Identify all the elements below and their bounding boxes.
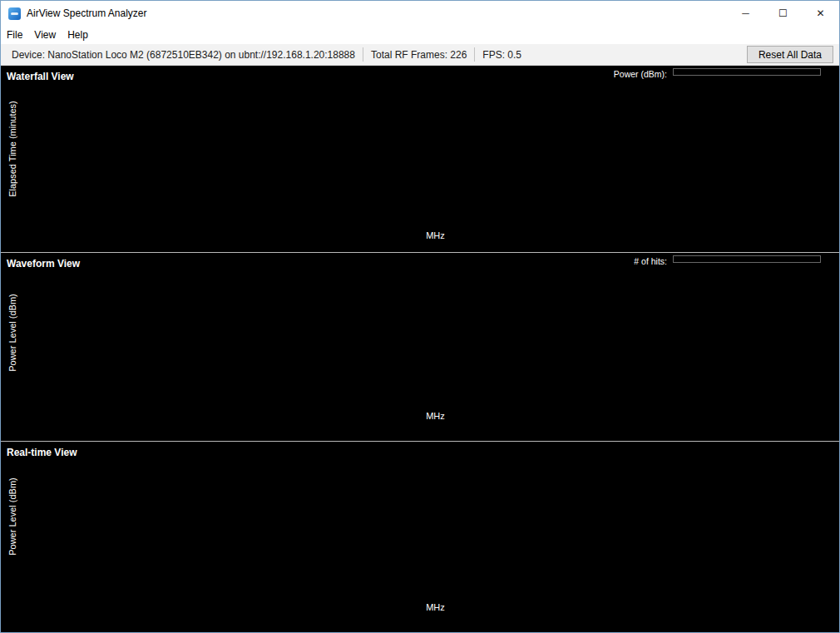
minimize-button[interactable]: ─: [727, 1, 764, 26]
menu-item-help[interactable]: Help: [62, 26, 94, 44]
waveform-panel: Waveform View # of hits: Power Level (dB…: [1, 252, 839, 441]
waveform-y-axis-label: Power Level (dBm): [7, 294, 17, 372]
realtime-x-axis-label: MHz: [48, 601, 823, 616]
content-area: Waterfall View Power (dBm): Elapsed Time…: [1, 66, 839, 632]
realtime-x-ticks: [48, 586, 823, 601]
waterfall-spectrogram: [48, 82, 823, 215]
realtime-channels-strip: [48, 575, 823, 586]
maximize-button[interactable]: ☐: [764, 1, 802, 26]
waterfall-x-axis-label: MHz: [48, 229, 823, 244]
menubar: File View Help: [1, 26, 839, 44]
realtime-title: Real-time View: [7, 447, 77, 458]
reset-all-data-button[interactable]: Reset All Data: [747, 46, 833, 63]
menu-item-view[interactable]: View: [28, 26, 62, 44]
waveform-plot-row: Power Level (dBm) MHz: [1, 270, 839, 424]
waterfall-panel: Waterfall View Power (dBm): Elapsed Time…: [1, 66, 839, 252]
realtime-panel: Real-time View Power Level (dBm) MHz: [1, 441, 839, 632]
hits-colorbar-gradient: [673, 255, 821, 263]
power-colorbar-gradient: [673, 68, 821, 76]
rf-frames-status: Total RF Frames: 226: [363, 49, 474, 61]
waveform-x-ticks: [48, 395, 823, 409]
power-colorbar-scale: [673, 68, 823, 77]
realtime-plot: [48, 458, 823, 575]
fps-status: FPS: 0.5: [475, 49, 529, 61]
titlebar: AirView Spectrum Analyzer ─ ☐ ✕: [1, 1, 839, 26]
hits-colorbar-scale: [673, 255, 823, 264]
hits-colorbar-label: # of hits:: [634, 256, 667, 266]
waveform-title: Waveform View: [7, 258, 80, 270]
realtime-header: Real-time View: [1, 442, 839, 458]
realtime-y-axis: Power Level (dBm): [1, 458, 48, 575]
hits-colorbar: # of hits:: [634, 255, 823, 266]
waterfall-y-axis-label: Elapsed Time (minutes): [7, 101, 17, 197]
realtime-plot-row: Power Level (dBm) MHz: [1, 458, 839, 616]
waterfall-x-ticks: [48, 215, 823, 229]
menu-item-file[interactable]: File: [1, 26, 28, 44]
waveform-header: Waveform View # of hits:: [1, 253, 839, 270]
window-title: AirView Spectrum Analyzer: [27, 7, 727, 19]
waterfall-y-axis: Elapsed Time (minutes): [1, 82, 48, 215]
realtime-plot-col: MHz: [48, 458, 823, 616]
app-icon: [8, 7, 21, 20]
waterfall-title: Waterfall View: [7, 71, 74, 82]
waveform-x-axis-label: MHz: [48, 409, 823, 424]
realtime-y-axis-label: Power Level (dBm): [7, 477, 17, 556]
power-colorbar-label: Power (dBm):: [614, 69, 667, 79]
device-status: Device: NanoStation Loco M2 (6872510EB34…: [4, 49, 363, 61]
waterfall-header: Waterfall View Power (dBm):: [1, 66, 839, 82]
waterfall-plot-col: MHz: [48, 82, 823, 244]
app-window: AirView Spectrum Analyzer ─ ☐ ✕ File Vie…: [0, 0, 840, 633]
waterfall-plot-row: Elapsed Time (minutes) MHz: [1, 82, 839, 244]
power-colorbar: Power (dBm):: [614, 68, 823, 79]
close-button[interactable]: ✕: [802, 1, 839, 26]
toolbar: Device: NanoStation Loco M2 (6872510EB34…: [1, 44, 839, 66]
waveform-plot-col: MHz: [48, 270, 823, 424]
waveform-y-axis: Power Level (dBm): [1, 270, 48, 395]
waveform-plot: [48, 270, 823, 395]
